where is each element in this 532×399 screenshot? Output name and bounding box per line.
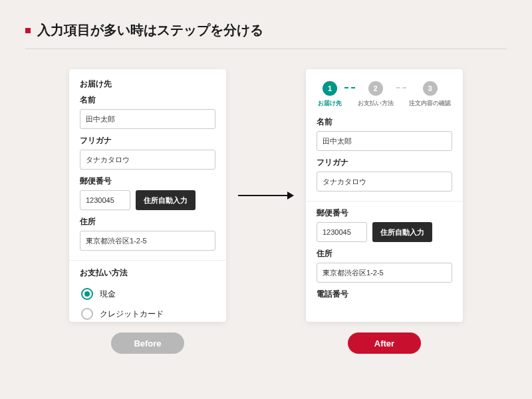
autofill-button[interactable]: 住所自動入力 [372, 222, 432, 242]
radio-label: クレジットカード [100, 309, 164, 319]
furigana-value: タナカタロウ [323, 177, 366, 187]
radio-icon [81, 288, 93, 300]
furigana-label: フリガナ [80, 136, 215, 146]
name-input[interactable]: 田中太郎 [317, 131, 452, 151]
address-input[interactable]: 東京都渋谷区1-2-5 [317, 263, 452, 283]
address-label: 住所 [317, 249, 452, 259]
address-label: 住所 [80, 217, 215, 227]
address-value: 東京都渋谷区1-2-5 [323, 268, 384, 278]
delivery-heading: お届け先 [80, 78, 215, 90]
accent-square [25, 28, 31, 33]
step-label: 注文内容の確認 [409, 100, 451, 108]
postal-value: 1230045 [323, 228, 351, 236]
arrow-icon [238, 69, 294, 322]
autofill-button[interactable]: 住所自動入力 [136, 190, 196, 210]
step-label: お届け先 [318, 100, 342, 108]
after-column: 1 お届け先 2 お支払い方法 3 注文内容の確認 名前 田中太郎 [306, 69, 463, 354]
step-number: 3 [423, 81, 438, 96]
postal-label: 郵便番号 [80, 176, 215, 186]
section-divider [306, 201, 463, 201]
before-column: お届け先 名前 田中太郎 フリガナ タナカタロウ 郵便番号 1230045 住所… [69, 69, 226, 354]
divider [25, 49, 507, 49]
before-badge: Before [111, 332, 184, 354]
radio-option-credit[interactable]: クレジットカード [80, 304, 215, 322]
postal-value: 1230045 [86, 196, 114, 204]
radio-option-cash[interactable]: 現金 [80, 284, 215, 304]
stepper: 1 お届け先 2 お支払い方法 3 注文内容の確認 [318, 81, 451, 108]
payment-heading: お支払い方法 [80, 267, 215, 279]
before-panel: お届け先 名前 田中太郎 フリガナ タナカタロウ 郵便番号 1230045 住所… [69, 69, 226, 322]
phone-label: 電話番号 [317, 289, 452, 299]
address-input[interactable]: 東京都渋谷区1-2-5 [80, 231, 215, 251]
address-value: 東京都渋谷区1-2-5 [86, 236, 147, 246]
name-value: 田中太郎 [86, 114, 115, 124]
section-divider [69, 260, 226, 261]
step-connector [344, 87, 355, 88]
step-label: お支払い方法 [358, 100, 394, 108]
furigana-input[interactable]: タナカタロウ [317, 172, 452, 192]
radio-icon [81, 308, 93, 320]
name-value: 田中太郎 [323, 136, 352, 146]
step-connector [396, 87, 407, 88]
step-2[interactable]: 2 お支払い方法 [358, 81, 394, 108]
page-title: 入力項目が多い時はステップを分ける [37, 21, 263, 39]
furigana-label: フリガナ [317, 158, 452, 168]
after-badge: After [348, 332, 421, 354]
step-number: 1 [323, 81, 337, 96]
furigana-input[interactable]: タナカタロウ [80, 150, 215, 170]
after-panel: 1 お届け先 2 お支払い方法 3 注文内容の確認 名前 田中太郎 [306, 69, 463, 322]
postal-input[interactable]: 1230045 [80, 190, 130, 210]
furigana-value: タナカタロウ [86, 155, 130, 165]
postal-input[interactable]: 1230045 [317, 222, 367, 242]
step-1[interactable]: 1 お届け先 [318, 81, 342, 108]
step-number: 2 [368, 81, 383, 96]
postal-label: 郵便番号 [317, 208, 452, 218]
name-label: 名前 [80, 95, 215, 105]
radio-label: 現金 [100, 289, 116, 299]
step-3[interactable]: 3 注文内容の確認 [409, 81, 451, 108]
name-input[interactable]: 田中太郎 [80, 109, 215, 129]
name-label: 名前 [317, 117, 452, 127]
